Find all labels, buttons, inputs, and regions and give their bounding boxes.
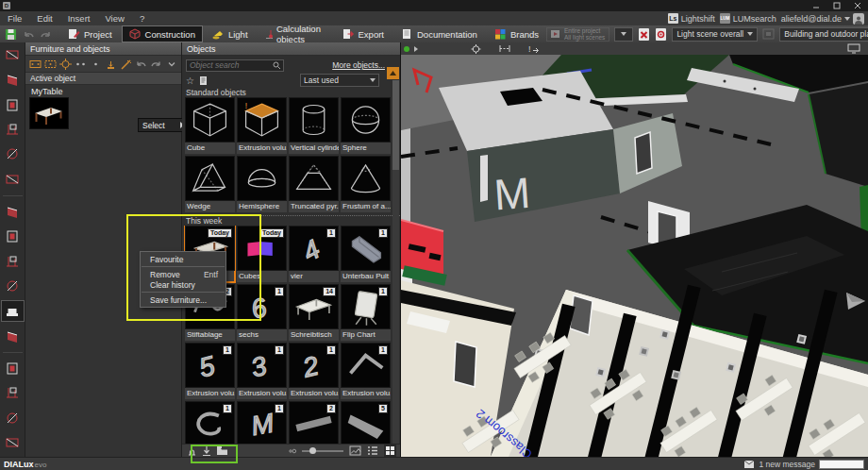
furniture-tool[interactable] [1,300,25,321]
rotate-left-icon[interactable] [135,59,147,70]
calc-dropdown[interactable] [614,27,633,42]
object-tile-extrusion-volu-[interactable]: ! Extrusion volu... [237,97,287,154]
focus-view-icon[interactable] [470,43,482,55]
mode-brands[interactable]: Brands [487,25,546,42]
mode-light[interactable]: Light [205,25,256,42]
lightshift-button[interactable]: Ls Lightshift [668,13,715,24]
new-message-label[interactable]: 1 new message [759,460,815,469]
topology-tool[interactable] [1,432,25,453]
select-frame-icon[interactable] [44,59,57,70]
list-view-icon[interactable] [367,445,378,456]
context-menu-save-furniture-[interactable]: Save furniture... [141,294,225,305]
grid-view-icon[interactable] [384,445,396,457]
mode-calculation-objects[interactable]: Calculation objects [258,25,333,42]
context-menu-favourite[interactable]: Favourite [141,254,225,264]
sort-select[interactable]: Last used [300,74,379,87]
objects-scrollbar[interactable] [392,80,399,444]
more-objects-link[interactable]: More objects... [332,60,385,70]
object-tile-unterbau-pult[interactable]: 1 Unterbau Pult [341,226,391,282]
move-icon[interactable] [59,59,72,70]
mode-export[interactable]: Export [335,25,392,42]
search-input[interactable] [186,59,284,72]
object-tile-extrusion-volu-[interactable]: 21 Extrusion volu... [289,343,339,399]
measure-icon[interactable] [498,43,511,55]
object-tile-wedge-solid[interactable]: 5 [341,401,391,445]
object-tile-cube[interactable]: Cube [185,97,235,154]
extrude-tool[interactable] [1,251,25,272]
import-icon[interactable] [201,445,212,457]
place-icon[interactable] [105,59,117,70]
ceiling-tool[interactable] [1,226,25,246]
object-tile-bar[interactable]: 2 [289,401,339,445]
3d-scene[interactable]: M [401,55,868,457]
star-icon[interactable]: ☆ [186,76,194,86]
floor-opening-tool[interactable] [1,169,25,190]
object-tile-extrusion-volu-[interactable]: 51 Extrusion volu... [185,343,235,399]
minimize-icon[interactable] [806,0,826,11]
view-mode-select[interactable]: Building and outdoor pla... [779,27,868,42]
picture-tool[interactable] [1,407,25,428]
save-button[interactable] [5,28,17,41]
annotation-icon[interactable]: ! [527,43,542,55]
context-menu-clear-history[interactable]: Clear history [141,279,225,290]
menu-file[interactable]: File [0,11,29,25]
light-scene-select[interactable]: Light scene overall [672,27,758,42]
storey-tool[interactable] [1,69,25,90]
material-tool[interactable] [1,326,25,346]
note-icon[interactable] [199,76,208,86]
cutout-tool[interactable] [1,276,25,296]
slider-handle[interactable] [309,447,316,454]
menu-insert[interactable]: Insert [60,11,98,25]
window-tool[interactable] [1,119,25,140]
object-tile-cubes[interactable]: Today Cubes [237,226,287,282]
cancel-calculation-icon[interactable] [638,28,650,41]
display-mode-icon[interactable] [847,43,860,54]
assessment-zone-tool[interactable] [1,358,25,378]
column-tool[interactable] [1,382,25,403]
distribute-icon[interactable] [75,59,87,70]
object-tile-flip-chart[interactable]: 1 Flip Chart [341,284,391,341]
object-tile-extrusion-volu-[interactable]: 31 Extrusion volu... [237,343,287,399]
point-icon[interactable] [90,59,102,70]
undo-icon[interactable] [22,28,35,40]
object-tile-vier[interactable]: 41 vier [289,226,339,282]
object-tile-glyph-c[interactable]: 1 [185,401,235,445]
object-tile-vertical-cylinder[interactable]: Vertical cylinder [289,97,339,154]
thumbnail-size-slider[interactable] [302,450,343,452]
object-tile-hemisphere[interactable]: Hemisphere [237,156,287,212]
account-menu[interactable]: aliefeld@dial.de [781,13,864,25]
select-all-icon[interactable] [29,59,42,70]
door-tool[interactable] [1,143,25,164]
object-tile-glyph-m[interactable]: M1 [237,401,287,445]
3d-viewport[interactable]: ! M [401,42,868,457]
active-object-thumbnail[interactable] [29,97,69,129]
object-tile-wedge[interactable]: Wedge [185,156,235,212]
magic-wand-icon[interactable] [120,59,132,70]
close-icon[interactable] [847,0,868,11]
rotate-right-icon[interactable] [150,59,162,70]
context-menu-remove[interactable]: Remove Entf [141,269,225,279]
stamp-icon[interactable] [186,445,197,457]
mode-documentation[interactable]: Documentation [393,25,485,42]
scrollbar-thumb[interactable] [392,80,399,170]
maximize-icon[interactable] [826,0,847,11]
select-button[interactable]: Select [138,118,189,132]
room-tool[interactable] [1,201,25,222]
building-tool[interactable] [1,94,25,115]
mode-construction[interactable]: Construction [122,25,203,42]
object-tile-sphere[interactable]: Sphere [341,97,391,154]
redo-icon[interactable] [40,28,53,40]
object-tile-frustum-of-a-[interactable]: Frustum of a... [341,156,391,212]
menu-view[interactable]: View [97,11,131,25]
menu-edit[interactable]: Edit [29,11,59,25]
object-tile-schreibtisch[interactable]: 14 Schreibtisch [289,284,339,341]
lumsearch-button[interactable]: LUM LUMsearch [720,13,776,24]
preview-icon[interactable] [349,445,361,456]
open-folder-icon[interactable] [216,445,228,456]
site-tool[interactable] [1,44,25,65]
more-options-icon[interactable] [165,59,177,70]
object-tile-extrusion-volu-[interactable]: 1 Extrusion volu... [341,343,391,399]
menu-help[interactable]: ? [132,11,152,25]
object-tile-truncated-pyr-[interactable]: Truncated pyr... [289,156,339,212]
scroll-up-button[interactable] [387,67,399,79]
